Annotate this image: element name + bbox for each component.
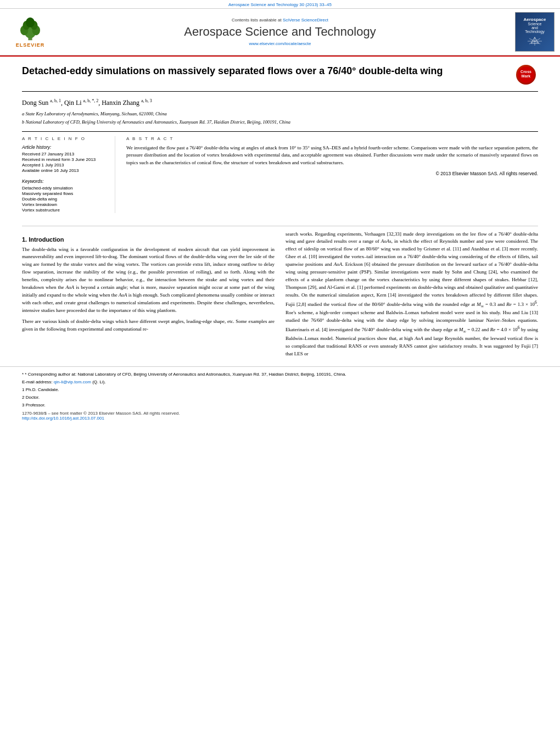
header-top-bar: Aerospace Science and Technology 30 (201… (0, 0, 560, 8)
elsevier-logo: ELSEVIER (5, 16, 55, 48)
keyword-5: Vortex substructure (22, 208, 108, 213)
article-content: Detached-eddy simulations on massively s… (0, 57, 560, 221)
journal-citation: Aerospace Science and Technology 30 (201… (228, 2, 332, 7)
affil-b: b National Laboratory of CFD, Beijing Un… (22, 119, 538, 126)
page-footer: * * Corresponding author at: National La… (0, 366, 560, 423)
sciverse-link[interactable]: SciVerse ScienceDirect (283, 18, 328, 23)
affiliations: a State Key Laboratory of Aerodynamics, … (22, 110, 538, 126)
author-dong-sun: Dong Sun a, b, 1 (22, 99, 61, 107)
keyword-3: Double-delta wing (22, 197, 108, 202)
accepted-date: Accepted 1 July 2013 (22, 163, 108, 168)
available-date: Available online 16 July 2013 (22, 168, 108, 173)
svg-text:Cross: Cross (520, 70, 531, 74)
copyright-footer: 1270-9638/$ – see front matter © 2013 El… (22, 411, 538, 421)
abstract-copyright: © 2013 Elsevier Masson SAS. All rights r… (126, 171, 538, 176)
journal-title-header: Aerospace Science and Technology (55, 25, 505, 39)
footnote-2: 2 Doctor. (22, 394, 538, 401)
article-history: Article history: Received 27 January 201… (22, 144, 108, 173)
header-main: ELSEVIER Contents lists available at Sci… (0, 8, 560, 55)
footnote-corresponding: * * Corresponding author at: National La… (22, 371, 538, 378)
abstract-col: A B S T R A C T We investigated the flow… (126, 136, 538, 213)
section1-heading: 1. Introduction (22, 236, 275, 243)
journal-logo-box: Aerospace Science and Technology (515, 12, 555, 52)
footnote-1: 1 Ph.D. Candidate. (22, 387, 538, 393)
article-title-section: Detached-eddy simulations on massively s… (22, 65, 538, 92)
main-body: 1. Introduction The double-delta wing is… (0, 231, 560, 361)
contents-line: Contents lists available at SciVerse Sci… (55, 18, 505, 23)
crossmark-badge[interactable]: Cross Mark (516, 65, 538, 87)
logo-line-4: Technology (525, 30, 544, 34)
header-right: Aerospace Science and Technology (505, 12, 555, 52)
journal-header: Aerospace Science and Technology 30 (201… (0, 0, 560, 57)
elsevier-tree-icon (14, 16, 47, 41)
article-info-label: A R T I C L E I N F O (22, 136, 108, 141)
keywords-title: Keywords: (22, 178, 108, 184)
elsevier-brand-text: ELSEVIER (16, 42, 45, 48)
doi-link[interactable]: http://dx.doi.org/10.1016/j.ast.2013.07.… (22, 416, 104, 421)
body-col-right: search works. Regarding experiments, Ver… (285, 231, 538, 361)
svg-text:Mark: Mark (522, 74, 530, 78)
author-qin-li: Qin Li a, b, *, 2 (64, 99, 98, 107)
journal-url[interactable]: www.elsevier.com/locate/aescte (55, 41, 505, 46)
author-hanxin-zhang: Hanxin Zhang a, b, 3 (102, 99, 152, 107)
footnote-email: E-mail address: qin-li@vip.tom.com (Q. L… (22, 379, 538, 386)
article-info-col: A R T I C L E I N F O Article history: R… (22, 136, 115, 213)
affil-a: a State Key Laboratory of Aerodynamics, … (22, 110, 538, 118)
authors-line: Dong Sun a, b, 1, Qin Li a, b, *, 2, Han… (22, 98, 538, 107)
keyword-1: Detached-eddy simulation (22, 186, 108, 191)
logo-aircraft-icon (527, 36, 543, 47)
received-date: Received 27 January 2013 (22, 152, 108, 157)
section-divider (22, 226, 538, 226)
keyword-2: Massively separated flows (22, 191, 108, 196)
email-link[interactable]: qin-li@vip.tom.com (54, 380, 91, 384)
section1-para1: The double-delta wing is a favorable con… (22, 246, 275, 315)
svg-point-6 (26, 17, 35, 27)
logo-line-1: Aerospace (524, 17, 546, 22)
footnote-3: 3 Professor. (22, 402, 538, 409)
logo-line-3: and (531, 26, 538, 30)
body-col-left: 1. Introduction The double-delta wing is… (22, 231, 275, 361)
article-info-abstract: A R T I C L E I N F O Article history: R… (22, 131, 538, 213)
keywords-section: Keywords: Detached-eddy simulation Massi… (22, 178, 108, 213)
header-center: Contents lists available at SciVerse Sci… (55, 18, 505, 46)
footnotes-section: * * Corresponding author at: National La… (22, 371, 538, 409)
abstract-label: A B S T R A C T (126, 136, 538, 141)
article-title: Detached-eddy simulations on massively s… (22, 65, 511, 77)
logo-line-2: Science (528, 22, 542, 26)
body-two-col: 1. Introduction The double-delta wing is… (22, 231, 538, 361)
section1-right-text: search works. Regarding experiments, Ver… (285, 231, 538, 358)
history-title: Article history: (22, 144, 108, 150)
keyword-4: Vortex breakdown (22, 202, 108, 207)
crossmark-icon: Cross Mark (516, 65, 536, 85)
page-wrapper: Aerospace Science and Technology 30 (201… (0, 0, 560, 742)
revised-date: Received in revised form 3 June 2013 (22, 157, 108, 162)
abstract-text: We investigated the flow past a 76/40° d… (126, 144, 538, 167)
section1-para2: There are various kinds of double-delta … (22, 318, 275, 333)
